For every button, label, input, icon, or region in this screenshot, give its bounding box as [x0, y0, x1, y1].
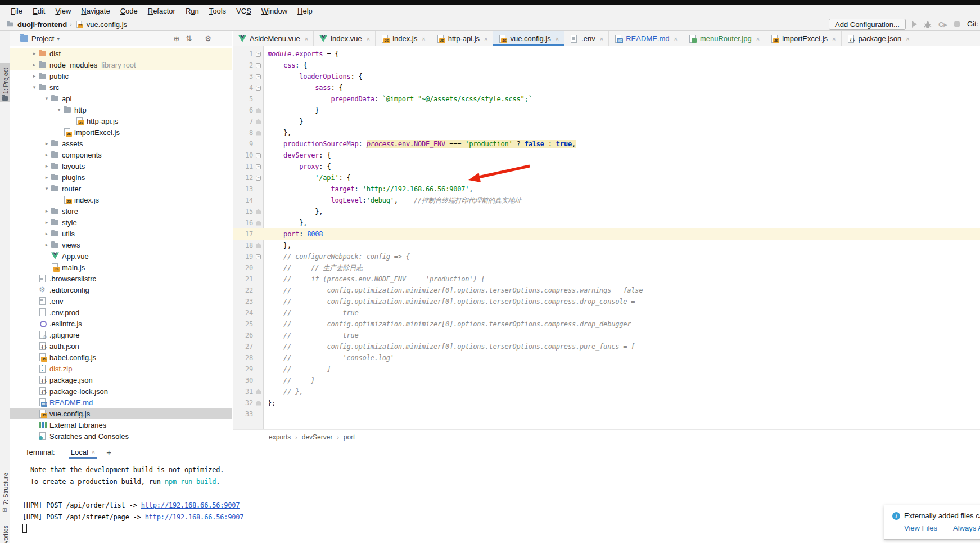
tree-item-external-libraries[interactable]: External Libraries [10, 419, 232, 430]
fold-marker-icon[interactable] [253, 206, 264, 217]
tree-item-http-api-js[interactable]: http-api.js [10, 115, 232, 127]
tree-item-utils[interactable]: ▸utils [10, 228, 232, 239]
editor-breadcrumb-port[interactable]: port [344, 433, 355, 441]
menu-vcs[interactable]: VCS [231, 5, 256, 17]
chevron-right-icon[interactable]: ▸ [43, 152, 51, 158]
chevron-right-icon[interactable]: ▸ [43, 163, 51, 169]
code-line-31[interactable]: 31 // }, [233, 386, 980, 397]
add-configuration-button[interactable]: Add Configuration... [829, 19, 906, 30]
close-icon[interactable]: × [305, 35, 308, 42]
tree-item-src[interactable]: ▾src [10, 82, 232, 93]
close-icon[interactable]: × [556, 35, 559, 42]
code-line-26[interactable]: 26 // true [233, 330, 980, 341]
tree-item-dist-zip[interactable]: dist.zip [10, 363, 232, 374]
fold-marker-icon[interactable] [253, 240, 264, 251]
code-line-3[interactable]: 3− loaderOptions: { [233, 71, 980, 82]
editor-tab-package-json[interactable]: package.json× [842, 31, 915, 46]
hide-panel-icon[interactable]: — [218, 34, 225, 43]
close-icon[interactable]: × [367, 35, 370, 42]
tree-item-node-modules[interactable]: ▸node_moduleslibrary root [10, 59, 232, 70]
tree-item-package-lock-json[interactable]: package-lock.json [10, 385, 232, 397]
menu-code[interactable]: Code [115, 5, 143, 17]
chevron-right-icon[interactable]: ▸ [43, 242, 51, 248]
editor-tab-menurouter-jpg[interactable]: menuRouter.jpg× [683, 31, 765, 46]
run-icon[interactable] [912, 21, 917, 28]
close-icon[interactable]: × [600, 35, 603, 42]
chevron-right-icon[interactable]: ▸ [30, 62, 38, 68]
code-line-19[interactable]: 19− // configureWebpack: config => { [233, 251, 980, 262]
tree-item-style[interactable]: ▸style [10, 217, 232, 228]
chevron-right-icon[interactable]: ▸ [43, 231, 51, 236]
new-terminal-icon[interactable]: + [106, 447, 111, 457]
tree-item-components[interactable]: ▸components [10, 149, 232, 160]
tree-item-package-json[interactable]: package.json [10, 374, 232, 385]
code-line-15[interactable]: 15 }, [233, 206, 980, 217]
tree-item-http[interactable]: ▾http [10, 104, 232, 115]
git-label[interactable]: Git: [967, 20, 978, 28]
tree-item-assets[interactable]: ▸assets [10, 138, 232, 149]
fold-marker-icon[interactable] [253, 217, 264, 228]
fold-marker-icon[interactable] [253, 127, 264, 138]
editor-tab-index-vue[interactable]: index.vue× [314, 31, 376, 46]
chevron-right-icon[interactable]: ▸ [30, 51, 38, 56]
fold-marker-icon[interactable] [253, 397, 264, 409]
fold-marker-icon[interactable]: − [253, 251, 264, 262]
close-icon[interactable]: × [422, 35, 425, 42]
tree-item-api[interactable]: ▾api [10, 93, 232, 104]
code-line-33[interactable]: 33 [233, 409, 980, 420]
editor-tab-index-js[interactable]: index.js× [376, 31, 431, 46]
chevron-right-icon[interactable]: ▸ [43, 219, 51, 225]
notification-link-always-add[interactable]: Always Add [953, 524, 980, 532]
code-line-17[interactable]: 17 port: 8008 [233, 228, 980, 240]
code-line-12[interactable]: 12− '/api': { [233, 172, 980, 183]
code-line-7[interactable]: 7 } [233, 116, 980, 127]
chevron-right-icon[interactable]: ▸ [30, 73, 38, 79]
notification-link-view-files[interactable]: View Files [904, 524, 937, 532]
project-panel-title[interactable]: Project [31, 34, 54, 43]
fold-marker-icon[interactable]: − [253, 60, 264, 71]
terminal-link[interactable]: http://192.168.66.56:9007 [145, 513, 244, 521]
menu-refactor[interactable]: Refactor [143, 5, 180, 17]
stripe-project-label[interactable]: 1: Project [2, 68, 9, 94]
code-line-2[interactable]: 2− css: { [233, 60, 980, 71]
close-icon[interactable]: × [832, 35, 836, 42]
code-line-5[interactable]: 5 prependData: `@import "~@/assets/scss/… [233, 93, 980, 105]
close-icon[interactable]: × [92, 448, 95, 455]
structure-stripe-icon[interactable]: ⊞ [2, 507, 7, 513]
menu-file[interactable]: File [6, 5, 28, 17]
fold-marker-icon[interactable]: − [253, 172, 264, 183]
code-line-13[interactable]: 13 target: 'http://192.168.66.56:9007', [233, 183, 980, 195]
tree-item--gitignore[interactable]: .gitignore [10, 329, 232, 340]
editor-tab-http-api-js[interactable]: http-api.js× [431, 31, 494, 46]
code-line-29[interactable]: 29 // ] [233, 364, 980, 375]
chevron-right-icon[interactable]: ▸ [43, 208, 51, 214]
code-line-8[interactable]: 8 }, [233, 127, 980, 138]
code-line-24[interactable]: 24 // true [233, 307, 980, 318]
terminal-link[interactable]: http://192.168.66.56:9007 [141, 501, 240, 509]
locate-icon[interactable]: ⊕ [174, 34, 180, 43]
tree-item--editorconfig[interactable]: .editorconfig [10, 284, 232, 295]
editor-breadcrumb-exports[interactable]: exports [269, 433, 291, 441]
code-line-23[interactable]: 23 // config.optimization.minimizer[0].o… [233, 296, 980, 307]
stripe-structure-label[interactable]: 7: Structure [2, 473, 9, 505]
tree-item-index-js[interactable]: index.js [10, 194, 232, 205]
menu-navigate[interactable]: Navigate [76, 5, 115, 17]
tree-item--eslintrc-js[interactable]: .eslintrc.js [10, 318, 232, 329]
chevron-down-icon[interactable]: ▾ [30, 84, 38, 90]
fold-marker-icon[interactable]: − [253, 71, 264, 82]
code-line-11[interactable]: 11− proxy: { [233, 161, 980, 172]
tree-item-public[interactable]: ▸public [10, 70, 232, 82]
tree-item-store[interactable]: ▸store [10, 205, 232, 217]
code-line-25[interactable]: 25 // config.optimization.minimizer[0].o… [233, 318, 980, 330]
fold-marker-icon[interactable]: − [253, 150, 264, 161]
menu-view[interactable]: View [50, 5, 76, 17]
breadcrumb-file[interactable]: vue.config.js [87, 20, 127, 29]
chevron-down-icon[interactable]: ▾ [43, 96, 51, 101]
fold-marker-icon[interactable]: − [253, 161, 264, 172]
fold-marker-icon[interactable] [253, 116, 264, 127]
fold-marker-icon[interactable]: − [253, 48, 264, 60]
chevron-down-icon[interactable]: ▾ [43, 186, 51, 191]
tree-item-main-js[interactable]: main.js [10, 262, 232, 273]
editor-tab-vue-config-js[interactable]: vue.config.js× [493, 31, 564, 46]
tree-item-plugins[interactable]: ▸plugins [10, 172, 232, 183]
